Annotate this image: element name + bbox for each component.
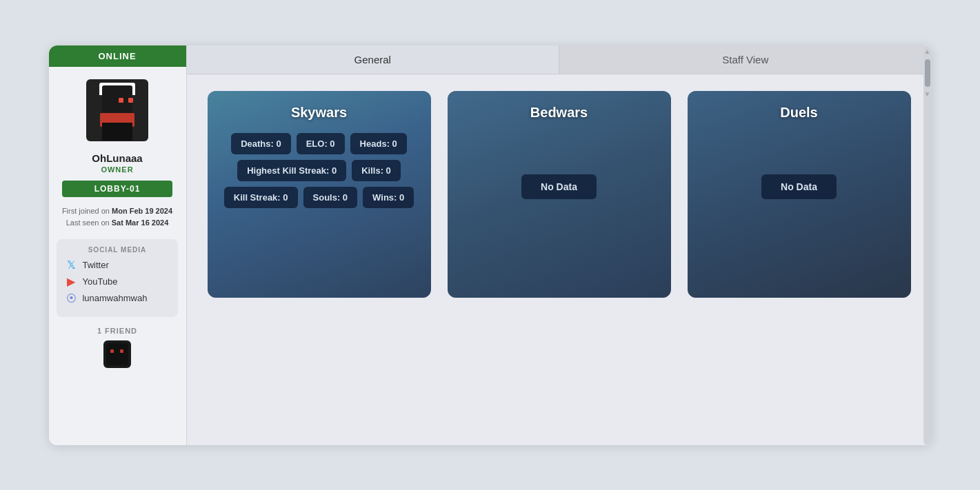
tab-general[interactable]: General: [187, 45, 560, 74]
stat-deaths: Deaths: 0: [231, 133, 291, 154]
tab-staff-view[interactable]: Staff View: [559, 45, 932, 74]
stat-souls: Souls: 0: [303, 187, 358, 208]
game-cards-area: Skywars Deaths: 0 ELO: 0 Heads: 0 Highes…: [187, 74, 932, 445]
avatar: [86, 79, 148, 141]
duels-inner: Duels No Data: [688, 91, 911, 210]
youtube-label: YouTube: [82, 276, 117, 287]
discord-username: lunamwahmwah: [82, 293, 147, 303]
scrollbar-track[interactable]: ▲ ▼: [923, 45, 932, 445]
twitter-icon: 𝕏: [65, 259, 77, 272]
stat-highest-kill-streak: Highest Kill Streak: 0: [237, 160, 346, 181]
last-seen-date: Sat Mar 16 2024: [112, 218, 169, 227]
skywars-stats-grid: Deaths: 0 ELO: 0 Heads: 0 Highest Kill S…: [219, 133, 420, 208]
sidebar: ONLINE OhLunaaa OWNER LOBBY-01 First joi…: [49, 45, 187, 445]
tabs-bar: General Staff View: [187, 45, 932, 74]
social-section: SOCIAL MEDIA 𝕏 Twitter ▶ YouTube ⦿ lunam…: [57, 239, 177, 317]
scroll-up-arrow[interactable]: ▲: [924, 47, 931, 57]
friends-title: 1 FRIEND: [57, 327, 177, 335]
stat-elo: ELO: 0: [297, 133, 345, 154]
join-info: First joined on Mon Feb 19 2024 Last see…: [62, 205, 172, 229]
last-seen-label: Last seen on: [66, 218, 110, 227]
main-content: General Staff View Skywars Deaths: 0 ELO…: [187, 45, 932, 445]
friend-head-image: [106, 343, 128, 365]
server-badge: LOBBY-01: [62, 181, 172, 197]
game-card-skywars: Skywars Deaths: 0 ELO: 0 Heads: 0 Highes…: [208, 91, 431, 298]
friend-avatar[interactable]: [103, 340, 131, 368]
duels-no-data: No Data: [761, 174, 837, 199]
scroll-down-arrow[interactable]: ▼: [924, 90, 931, 99]
game-card-bedwars: Bedwars No Data: [448, 91, 671, 298]
app-container: ONLINE OhLunaaa OWNER LOBBY-01 First joi…: [49, 45, 932, 445]
duels-title: Duels: [699, 105, 900, 121]
username: OhLunaaa: [92, 152, 142, 164]
status-badge: ONLINE: [49, 45, 186, 67]
stat-kill-streak: Kill Streak: 0: [224, 187, 298, 208]
stat-wins: Wins: 0: [363, 187, 414, 208]
skywars-inner: Skywars Deaths: 0 ELO: 0 Heads: 0 Highes…: [208, 91, 431, 219]
discord-icon: ⦿: [65, 292, 77, 305]
friends-section: 1 FRIEND: [57, 327, 177, 368]
social-item-discord[interactable]: ⦿ lunamwahmwah: [65, 292, 169, 305]
youtube-icon: ▶: [65, 276, 77, 288]
first-joined-label: First joined on: [62, 207, 110, 215]
bedwars-no-data: No Data: [521, 174, 597, 199]
social-item-youtube[interactable]: ▶ YouTube: [65, 276, 169, 288]
first-joined-date: Mon Feb 19 2024: [112, 207, 172, 215]
avatar-image: [90, 83, 145, 138]
stat-kills: Kills: 0: [352, 160, 401, 181]
stat-heads: Heads: 0: [350, 133, 407, 154]
scroll-thumb[interactable]: [925, 59, 930, 87]
bedwars-inner: Bedwars No Data: [448, 91, 671, 210]
social-item-twitter[interactable]: 𝕏 Twitter: [65, 259, 169, 272]
bedwars-title: Bedwars: [459, 105, 660, 121]
social-title: SOCIAL MEDIA: [65, 246, 169, 254]
rank-badge: OWNER: [101, 165, 133, 174]
game-card-duels: Duels No Data: [688, 91, 911, 298]
skywars-title: Skywars: [219, 105, 420, 121]
twitter-label: Twitter: [82, 260, 108, 270]
